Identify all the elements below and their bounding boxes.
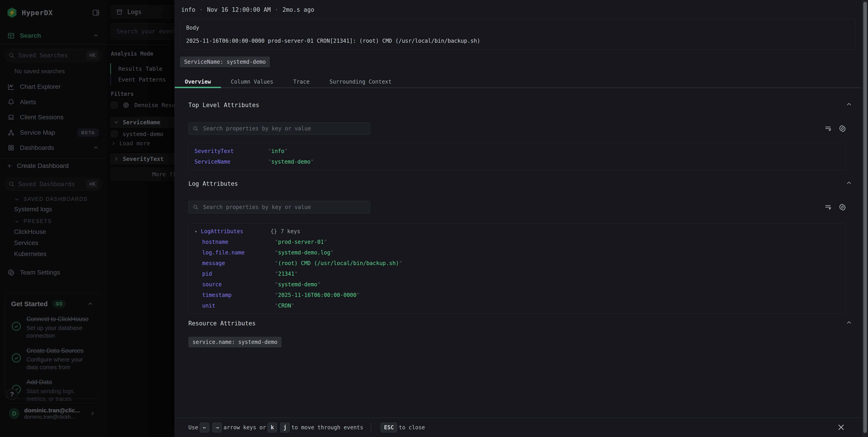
tab-overview[interactable]: Overview bbox=[175, 76, 221, 88]
attribute-key: hostname bbox=[202, 239, 275, 245]
attribute-value: 21341 bbox=[275, 271, 298, 277]
scrollbar-track[interactable] bbox=[862, 0, 868, 437]
wrap-lines-icon[interactable] bbox=[824, 203, 832, 211]
log-attributes-table: ▾ LogAttributes {} 7 keys hostname prod-… bbox=[188, 223, 846, 314]
log-attributes-search-input[interactable] bbox=[203, 204, 366, 211]
close-icon[interactable] bbox=[836, 422, 846, 433]
search-icon bbox=[193, 204, 198, 210]
group-key: LogAttributes bbox=[201, 228, 271, 235]
severity-text: info bbox=[181, 6, 195, 13]
attribute-key: log.file.name bbox=[202, 249, 275, 256]
resource-attributes-title: Resource Attributes bbox=[188, 320, 255, 327]
log-body-text: 2025-11-16T06:00:00-0000 prod-server-01 … bbox=[186, 38, 850, 44]
attribute-row[interactable]: source systemd-demo bbox=[189, 279, 846, 290]
top-level-toolbar bbox=[824, 125, 846, 132]
resource-attribute-tag[interactable]: service.name: systemd-demo bbox=[188, 337, 282, 347]
attribute-value: systemd-demo bbox=[275, 281, 320, 288]
key-esc: ESC bbox=[381, 423, 397, 433]
attribute-value: info bbox=[268, 148, 288, 154]
dot-separator: · bbox=[275, 6, 278, 13]
search-icon bbox=[193, 126, 198, 132]
group-key-count: 7 keys bbox=[281, 228, 300, 235]
drawer-footer: Use ← → arrow keys or k j to move throug… bbox=[175, 417, 861, 437]
attribute-row[interactable]: SeverityText info bbox=[189, 146, 846, 156]
footer-text: arrow keys or bbox=[223, 424, 266, 431]
gear-icon[interactable] bbox=[839, 125, 846, 132]
wrap-lines-icon[interactable] bbox=[824, 125, 832, 132]
caret-down-icon[interactable]: ▾ bbox=[194, 229, 201, 234]
footer-divider bbox=[371, 423, 371, 432]
scrollbar-thumb[interactable] bbox=[863, 2, 867, 433]
attribute-row[interactable]: message (root) CMD (/usr/local/bin/backu… bbox=[189, 258, 846, 268]
attribute-value: systemd-demo.log bbox=[275, 249, 334, 256]
attribute-row[interactable]: unit CRON bbox=[189, 300, 846, 311]
tag-label: ServiceName: systemd-demo bbox=[180, 57, 270, 67]
attribute-value: prod-server-01 bbox=[275, 239, 327, 245]
hyperdx-app: ⚡ HyperDX Search ⌘K No saved searches bbox=[0, 0, 868, 437]
attribute-key: SeverityText bbox=[194, 148, 268, 154]
attribute-group-row[interactable]: ▾ LogAttributes {} 7 keys bbox=[189, 226, 846, 237]
dot-separator: · bbox=[199, 6, 203, 13]
braces-icon: {} bbox=[271, 228, 277, 235]
key-j: j bbox=[280, 423, 290, 433]
log-attributes-search-box[interactable] bbox=[188, 201, 370, 213]
key-k: k bbox=[268, 423, 277, 433]
event-timestamp: Nov 16 12:00:00 AM bbox=[207, 6, 271, 13]
tab-trace[interactable]: Trace bbox=[283, 76, 319, 88]
attribute-key: message bbox=[202, 260, 275, 266]
attribute-key: timestamp bbox=[202, 292, 275, 298]
footer-text: Use bbox=[188, 424, 198, 431]
event-details-drawer: info · Nov 16 12:00:00 AM · 2mo.s ago Bo… bbox=[175, 0, 868, 437]
attribute-row[interactable]: pid 21341 bbox=[189, 268, 846, 279]
attribute-key: pid bbox=[202, 271, 275, 277]
tag-label: service.name: systemd-demo bbox=[188, 337, 282, 347]
service-name-tag[interactable]: ServiceName: systemd-demo bbox=[180, 57, 270, 67]
top-level-search-input[interactable] bbox=[203, 125, 366, 132]
tab-column-values[interactable]: Column Values bbox=[221, 76, 283, 88]
attribute-key: unit bbox=[202, 303, 275, 309]
tab-surrounding-context[interactable]: Surrounding Context bbox=[319, 76, 402, 88]
key-arrow-left: ← bbox=[200, 423, 209, 433]
gear-icon[interactable] bbox=[839, 203, 846, 211]
attribute-value: systemd-demo bbox=[268, 159, 314, 165]
body-label: Body bbox=[186, 25, 850, 31]
collapse-section-icon[interactable] bbox=[845, 101, 852, 108]
collapse-section-icon[interactable] bbox=[845, 179, 852, 187]
top-level-attributes-title: Top Level Attributes bbox=[188, 102, 259, 108]
attribute-value: (root) CMD (/usr/local/bin/backup.sh) bbox=[275, 260, 402, 266]
log-attributes-toolbar bbox=[824, 203, 846, 211]
key-arrow-right: → bbox=[212, 423, 222, 433]
attribute-row[interactable]: ServiceName systemd-demo bbox=[189, 156, 846, 167]
attribute-row[interactable]: log.file.name systemd-demo.log bbox=[189, 247, 846, 258]
collapse-section-icon[interactable] bbox=[845, 319, 852, 326]
detail-tabs: Overview Column Values Trace Surrounding… bbox=[175, 76, 861, 88]
footer-text: to move through events bbox=[291, 424, 363, 431]
attribute-key: source bbox=[202, 281, 275, 288]
attribute-key: ServiceName bbox=[194, 159, 268, 165]
top-level-attributes-table: SeverityText info ServiceName systemd-de… bbox=[188, 143, 846, 170]
attribute-value: 2025-11-16T06:00:00-0000 bbox=[275, 292, 360, 298]
body-card: Body 2025-11-16T06:00:00-0000 prod-serve… bbox=[180, 19, 856, 50]
attribute-value: CRON bbox=[275, 303, 294, 309]
log-attributes-title: Log Attributes bbox=[188, 180, 238, 187]
attribute-row[interactable]: hostname prod-server-01 bbox=[189, 237, 846, 247]
footer-text: to close bbox=[399, 424, 425, 431]
event-header: info · Nov 16 12:00:00 AM · 2mo.s ago bbox=[181, 6, 314, 13]
event-relative-time: 2mo.s ago bbox=[282, 6, 314, 13]
top-level-search-box[interactable] bbox=[188, 122, 370, 135]
attribute-row[interactable]: timestamp 2025-11-16T06:00:00-0000 bbox=[189, 290, 846, 300]
